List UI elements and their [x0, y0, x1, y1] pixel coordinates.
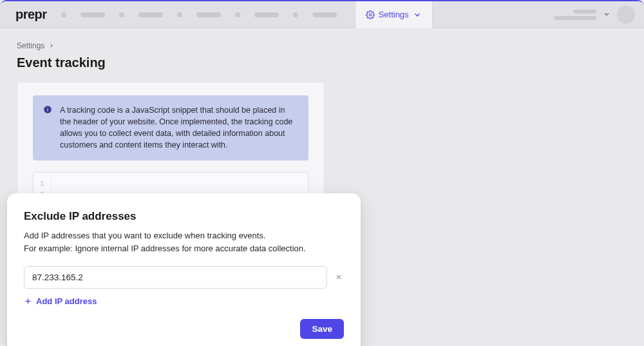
nav-tab-settings[interactable]: Settings	[355, 1, 433, 28]
page-title: Event tracking	[17, 55, 627, 70]
user-menu[interactable]	[554, 6, 635, 24]
info-banner: A tracking code is a JavaScript snippet …	[33, 95, 308, 160]
nav-placeholder-icon	[293, 12, 298, 17]
logo-text: prepr	[15, 7, 47, 22]
topbar: prepr Settings	[0, 1, 644, 28]
nav-placeholder-icon	[235, 12, 240, 17]
nav-placeholder-item	[254, 12, 279, 17]
close-icon	[335, 273, 343, 281]
info-text: A tracking code is a JavaScript snippet …	[60, 104, 298, 151]
svg-rect-3	[47, 108, 48, 108]
gear-icon	[366, 10, 375, 19]
modal-title: Exclude IP addresses	[24, 210, 344, 223]
avatar[interactable]	[617, 6, 635, 24]
plus-icon	[24, 297, 32, 305]
nav-placeholder-item	[138, 12, 163, 17]
exclude-ip-modal: Exclude IP addresses Add IP addresses th…	[7, 193, 361, 346]
chevron-down-icon	[603, 9, 611, 21]
svg-point-0	[369, 14, 372, 16]
info-icon	[43, 105, 52, 114]
nav-skeleton-group	[61, 12, 337, 17]
chevron-down-icon	[413, 10, 422, 19]
add-ip-button[interactable]: Add IP address	[24, 296, 97, 306]
breadcrumb-root[interactable]: Settings	[17, 41, 44, 50]
nav-placeholder-icon	[119, 12, 124, 17]
nav-placeholder-item	[196, 12, 221, 17]
modal-description: Add IP addresses that you want to exclud…	[24, 229, 344, 255]
nav-placeholder-icon	[61, 12, 66, 17]
ip-row	[24, 266, 344, 289]
add-ip-label: Add IP address	[36, 296, 97, 306]
ip-input[interactable]	[24, 266, 327, 289]
breadcrumb: Settings	[17, 41, 627, 50]
nav-placeholder-icon	[177, 12, 182, 17]
chevron-right-icon	[48, 43, 55, 49]
nav-placeholder-item	[80, 12, 105, 17]
nav-tab-settings-label: Settings	[379, 10, 409, 19]
nav-placeholder-item	[312, 12, 337, 17]
save-button[interactable]: Save	[300, 319, 344, 339]
remove-ip-button[interactable]	[334, 273, 344, 283]
logo: prepr	[15, 7, 47, 22]
svg-rect-2	[47, 109, 48, 111]
user-name-placeholder	[554, 10, 596, 20]
